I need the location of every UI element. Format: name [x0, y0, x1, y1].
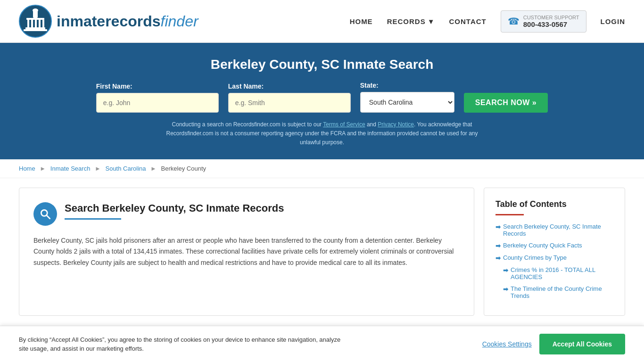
toc-link[interactable]: ➡Search Berkeley County, SC Inmate Recor…	[495, 223, 613, 237]
content-left: Search Berkeley County, SC Inmate Record…	[19, 188, 474, 316]
breadcrumb-current: Berkeley County	[161, 165, 206, 172]
chevron-right-icon: ➡	[495, 255, 501, 262]
svg-rect-10	[24, 29, 47, 31]
breadcrumb-inmate-search[interactable]: Inmate Search	[50, 165, 91, 172]
privacy-link[interactable]: Privacy Notice	[378, 121, 414, 128]
terms-link[interactable]: Terms of Service	[323, 121, 365, 128]
toc-link[interactable]: ➡County Crimes by Type	[495, 254, 613, 262]
first-name-input[interactable]	[96, 93, 219, 113]
nav-contact[interactable]: CONTACT	[449, 17, 487, 25]
page-title: Berkeley County, SC Inmate Search	[19, 57, 625, 72]
svg-rect-5	[31, 20, 33, 27]
site-header: inmaterecordsfinder HOME RECORDS ▼ CONTA…	[0, 0, 644, 43]
support-label: CUSTOMER SUPPORT	[523, 15, 579, 20]
state-label: State:	[360, 82, 454, 89]
section-title-wrap: Search Berkeley County, SC Inmate Record…	[65, 202, 284, 220]
chevron-down-icon: ▼	[428, 17, 435, 25]
last-name-input[interactable]	[228, 93, 351, 113]
search-banner: Berkeley County, SC Inmate Search First …	[0, 43, 644, 159]
nav-home[interactable]: HOME	[350, 17, 373, 25]
headset-icon: ☎	[508, 16, 520, 27]
search-icon-circle	[33, 202, 57, 226]
first-name-label: First Name:	[96, 82, 219, 90]
chevron-right-icon: ➡	[495, 223, 501, 230]
table-of-contents: Table of Contents ➡Search Berkeley Count…	[484, 188, 625, 316]
state-group: State: AlabamaAlaskaArizonaArkansasCalif…	[360, 82, 454, 113]
state-select[interactable]: AlabamaAlaskaArizonaArkansasCaliforniaCo…	[360, 92, 454, 113]
toc-link[interactable]: ➡Berkeley County Quick Facts	[495, 242, 613, 249]
first-name-group: First Name:	[96, 82, 219, 113]
breadcrumb-sep-3: ►	[150, 165, 157, 172]
disclaimer-text: Conducting a search on Recordsfinder.com…	[157, 120, 487, 148]
breadcrumb: Home ► Inmate Search ► South Carolina ► …	[0, 159, 644, 178]
breadcrumb-south-carolina[interactable]: South Carolina	[105, 165, 146, 172]
chevron-right-icon: ➡	[495, 242, 501, 249]
toc-item[interactable]: ➡County Crimes by Type	[495, 254, 613, 262]
svg-point-2	[33, 8, 38, 12]
chevron-right-icon: ➡	[503, 286, 508, 293]
title-underline	[65, 218, 121, 220]
section-header: Search Berkeley County, SC Inmate Record…	[33, 202, 460, 226]
search-icon	[39, 208, 51, 220]
logo-text: inmaterecordsfinder	[57, 13, 198, 30]
toc-underline	[495, 214, 524, 215]
search-button[interactable]: SEARCH NOW »	[464, 93, 548, 113]
toc-item[interactable]: ➡Crimes % in 2016 - TOTAL ALL AGENCIES	[495, 266, 613, 280]
breadcrumb-home[interactable]: Home	[19, 165, 35, 172]
search-form: First Name: Last Name: State: AlabamaAla…	[19, 82, 625, 113]
toc-list: ➡Search Berkeley County, SC Inmate Recor…	[495, 223, 613, 299]
toc-title: Table of Contents	[495, 199, 613, 209]
content-paragraph: Berkeley County, SC jails hold prisoners…	[33, 235, 460, 269]
svg-rect-8	[42, 20, 44, 27]
svg-rect-3	[26, 18, 44, 20]
toc-item[interactable]: ➡Search Berkeley County, SC Inmate Recor…	[495, 223, 613, 237]
section-title: Search Berkeley County, SC Inmate Record…	[65, 202, 284, 214]
nav-records[interactable]: RECORDS ▼	[387, 17, 435, 25]
breadcrumb-sep-2: ►	[95, 165, 101, 172]
customer-support: ☎ CUSTOMER SUPPORT 800-433-0567	[501, 10, 586, 33]
svg-rect-4	[27, 20, 29, 27]
logo-icon	[19, 5, 52, 38]
toc-link[interactable]: ➡Crimes % in 2016 - TOTAL ALL AGENCIES	[503, 266, 613, 280]
chevron-right-icon: ➡	[503, 267, 508, 274]
logo[interactable]: inmaterecordsfinder	[19, 5, 198, 38]
breadcrumb-sep-1: ►	[40, 165, 46, 172]
toc-link[interactable]: ➡The Timeline of the County Crime Trends	[503, 285, 613, 299]
support-phone[interactable]: 800-433-0567	[523, 20, 579, 28]
main-content: Search Berkeley County, SC Inmate Record…	[0, 178, 644, 325]
svg-rect-9	[25, 27, 45, 29]
nav-login[interactable]: LOGIN	[601, 17, 626, 25]
svg-rect-6	[35, 20, 37, 27]
toc-item[interactable]: ➡Berkeley County Quick Facts	[495, 242, 613, 249]
last-name-label: Last Name:	[228, 82, 351, 90]
last-name-group: Last Name:	[228, 82, 351, 113]
svg-rect-7	[39, 20, 41, 27]
svg-line-12	[47, 215, 50, 219]
toc-item[interactable]: ➡The Timeline of the County Crime Trends	[495, 285, 613, 299]
main-nav: HOME RECORDS ▼ CONTACT ☎ CUSTOMER SUPPOR…	[350, 10, 625, 33]
